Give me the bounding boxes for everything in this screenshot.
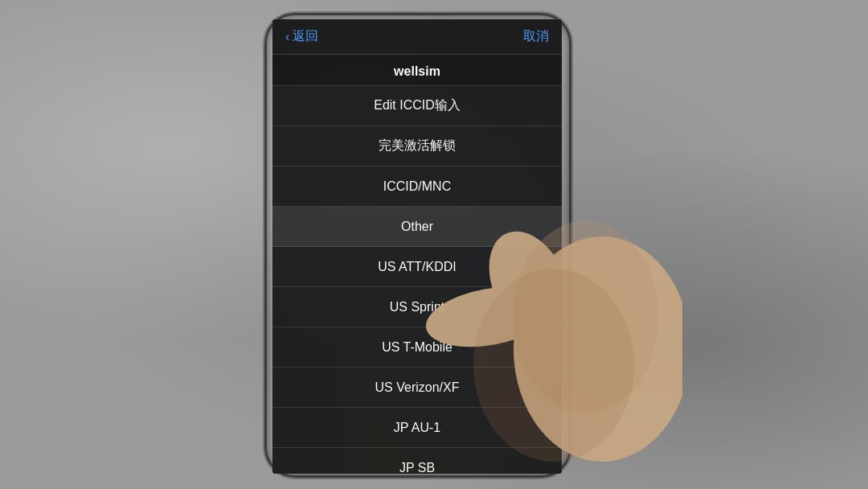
phone-screen: ‹ 返回 取消 wellsim Edit ICCID输入完美激活解锁ICCID/…: [272, 19, 562, 474]
menu-item-edit-iccid[interactable]: Edit ICCID输入: [272, 86, 562, 126]
menu-title: wellsim: [272, 55, 562, 86]
menu-item-activate-unlock[interactable]: 完美激活解锁: [272, 126, 562, 166]
menu-content: ‹ 返回 取消 wellsim Edit ICCID输入完美激活解锁ICCID/…: [272, 19, 562, 474]
menu-item-us-sprint[interactable]: US Sprint: [272, 287, 562, 327]
phone-container: ‹ 返回 取消 wellsim Edit ICCID输入完美激活解锁ICCID/…: [248, 11, 586, 478]
menu-item-jp-au-1[interactable]: JP AU-1: [272, 408, 562, 448]
menu-item-iccid-mnc[interactable]: ICCID/MNC: [272, 166, 562, 207]
nav-back-button[interactable]: ‹ 返回: [285, 28, 318, 45]
menu-item-other[interactable]: Other: [272, 207, 562, 247]
menu-item-us-att-kddi[interactable]: US ATT/KDDI: [272, 247, 562, 287]
nav-bar: ‹ 返回 取消: [272, 19, 562, 55]
cancel-button[interactable]: 取消: [523, 28, 549, 45]
menu-item-jp-sb[interactable]: JP SB: [272, 448, 562, 474]
chevron-left-icon: ‹: [285, 30, 289, 44]
back-label: 返回: [293, 28, 318, 45]
menu-item-us-tmobile[interactable]: US T-Mobile: [272, 327, 562, 368]
menu-item-us-verizon[interactable]: US Verizon/XF: [272, 368, 562, 408]
menu-list: Edit ICCID输入完美激活解锁ICCID/MNCOtherUS ATT/K…: [272, 86, 562, 474]
